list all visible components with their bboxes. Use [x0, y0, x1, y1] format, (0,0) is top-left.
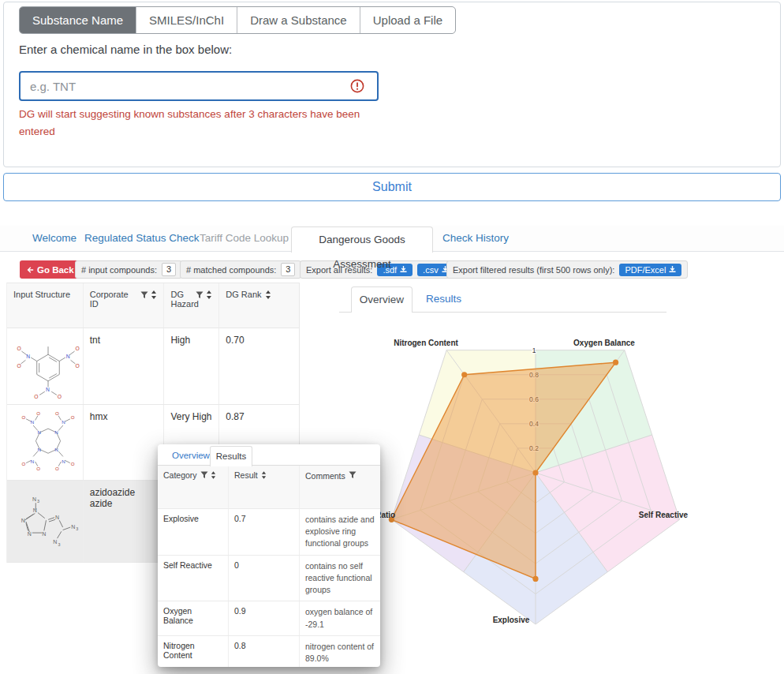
svg-text:N: N — [53, 539, 57, 545]
svg-text:O: O — [55, 466, 59, 471]
svg-text:O: O — [58, 394, 62, 399]
svg-text:Explosive: Explosive — [493, 616, 530, 624]
svg-text:N: N — [55, 515, 59, 520]
nav-tab-check-history[interactable]: Check History — [442, 232, 509, 244]
svg-text:N: N — [37, 429, 40, 435]
svg-text:N: N — [31, 419, 34, 425]
popup-col-result: Result — [229, 466, 300, 508]
panel-tab-overview[interactable]: Overview — [351, 286, 413, 313]
cell-dg-rank: 0.70 — [219, 328, 299, 404]
svg-text:N: N — [37, 447, 40, 452]
popup-results-table: Category Result Comments — [158, 466, 380, 667]
download-icon — [669, 266, 676, 273]
sort-icon[interactable] — [261, 471, 267, 479]
nav-tab-regulated-status-check[interactable]: Regulated Status Check — [84, 232, 200, 244]
svg-text:N: N — [62, 419, 65, 425]
svg-text:1: 1 — [532, 346, 536, 354]
filter-icon[interactable] — [349, 471, 357, 479]
popup-tab-overview[interactable]: Overview — [172, 451, 210, 460]
svg-text:N: N — [54, 429, 58, 435]
svg-text:3: 3 — [76, 526, 78, 531]
export-filtered-label: Export filtered results (first 500 rows … — [453, 265, 614, 275]
svg-text:N: N — [28, 531, 32, 537]
svg-text:N: N — [21, 518, 25, 523]
table-row-tnt[interactable]: NOO NOO NOO tnt High 0.70 — [7, 328, 299, 405]
svg-text:N: N — [66, 354, 70, 359]
chemical-name-prompt: Enter a chemical name in the box below: — [19, 43, 232, 56]
panel-tab-results[interactable]: Results — [426, 293, 461, 305]
svg-text:O: O — [75, 346, 79, 351]
go-back-button[interactable]: Go Back — [20, 260, 80, 279]
svg-text:3: 3 — [37, 499, 39, 504]
nav-tab-welcome[interactable]: Welcome — [32, 232, 77, 244]
sort-icon[interactable] — [151, 290, 157, 299]
export-pdf-excel-button[interactable]: PDF/Excel — [619, 264, 681, 276]
popup-row-nitrogen-content[interactable]: Nitrogen Content 0.8 nitrogen content of… — [158, 636, 380, 667]
filter-icon[interactable] — [196, 291, 203, 299]
svg-text:N: N — [31, 459, 34, 464]
svg-text:O: O — [17, 346, 21, 351]
back-arrow-icon — [26, 266, 34, 274]
input-method-tabs: Substance Name SMILES/InChI Draw a Subst… — [19, 6, 456, 34]
popup-col-comments: Comments — [300, 466, 380, 508]
cell-dg-hazard: High — [164, 328, 219, 404]
filter-icon[interactable] — [140, 291, 148, 299]
input-compounds-count: 3 — [162, 263, 176, 276]
popup-tab-results[interactable]: Results — [210, 446, 252, 466]
filter-icon[interactable] — [200, 471, 208, 479]
svg-text:O: O — [36, 466, 40, 471]
tab-upload-a-file[interactable]: Upload a File — [360, 7, 455, 33]
nav-tab-tariff-code-lookup[interactable]: Tariff Code Lookup — [200, 232, 289, 244]
sort-icon[interactable] — [265, 290, 271, 299]
svg-text:O: O — [21, 461, 25, 466]
sort-icon[interactable] — [211, 471, 216, 479]
svg-text:N: N — [46, 387, 50, 392]
svg-text:N: N — [42, 531, 46, 537]
svg-text:N: N — [62, 459, 65, 464]
tab-substance-name[interactable]: Substance Name — [20, 7, 136, 33]
tab-draw-a-substance[interactable]: Draw a Substance — [237, 7, 360, 33]
svg-text:O: O — [17, 363, 21, 369]
tnt-structure-image: NOO NOO NOO — [13, 335, 83, 401]
svg-text:Self Reactive: Self Reactive — [639, 511, 689, 519]
svg-text:O: O — [21, 414, 25, 420]
compound-results-popup: Overview Results Category Result Comment… — [158, 444, 380, 667]
azidoazide-azide-structure-image: NNNN N3 N N3 N3 — [13, 487, 84, 556]
popup-table-header: Category Result Comments — [158, 466, 380, 509]
hmx-structure-image: NN NN NN NN OO OO OO OO — [13, 411, 83, 476]
svg-text:N: N — [54, 447, 58, 452]
svg-text:O: O — [34, 394, 38, 399]
matched-compounds-count: 3 — [281, 263, 295, 276]
input-compounds-label: # input compounds: — [81, 265, 157, 275]
popup-row-self-reactive[interactable]: Self Reactive 0 contains no self reactiv… — [158, 556, 380, 602]
col-dg-rank: DG Rank — [219, 283, 299, 328]
svg-text:N: N — [32, 496, 36, 502]
col-corporate-id: Corporate ID — [84, 283, 165, 328]
svg-text:O: O — [75, 363, 79, 369]
cell-corporate-id: azidoazide azide — [84, 481, 165, 562]
svg-text:N: N — [33, 507, 37, 513]
submit-button[interactable]: Submit — [3, 173, 781, 201]
dg-radar-chart[interactable]: 0.20.40.60.81Oxygen BalanceNitrogen Cont… — [339, 317, 781, 672]
cell-corporate-id: hmx — [84, 405, 165, 480]
popup-row-explosive[interactable]: Explosive 0.7 contains azide and explosi… — [158, 509, 380, 556]
svg-text:O: O — [36, 411, 40, 416]
popup-row-oxygen-balance[interactable]: Oxygen Balance 0.9 oxygen balance of -29… — [158, 601, 380, 635]
nav-tab-dangerous-goods-assessment[interactable]: Dangerous Goods Assessment — [291, 227, 433, 253]
col-input-structure: Input Structure — [7, 283, 84, 328]
download-icon — [400, 266, 407, 273]
svg-text:Nitrogen Content: Nitrogen Content — [394, 339, 458, 347]
validation-warning-icon — [350, 79, 364, 93]
export-filtered-chip: Export filtered results (first 500 rows … — [446, 260, 688, 279]
svg-text:3: 3 — [58, 542, 60, 547]
sort-icon[interactable] — [206, 290, 212, 299]
chemical-name-input[interactable] — [19, 71, 379, 101]
suggestion-helper-text: DG will start suggesting known substance… — [19, 106, 375, 140]
matched-compounds-chip: # matched compounds: 3 — [180, 260, 301, 279]
matched-compounds-label: # matched compounds: — [186, 265, 276, 275]
svg-text:N: N — [71, 524, 75, 530]
svg-text:O: O — [55, 411, 59, 416]
svg-text:O: O — [71, 414, 75, 420]
svg-text:O: O — [71, 461, 75, 466]
tab-smiles-inchi[interactable]: SMILES/InChI — [136, 7, 237, 33]
